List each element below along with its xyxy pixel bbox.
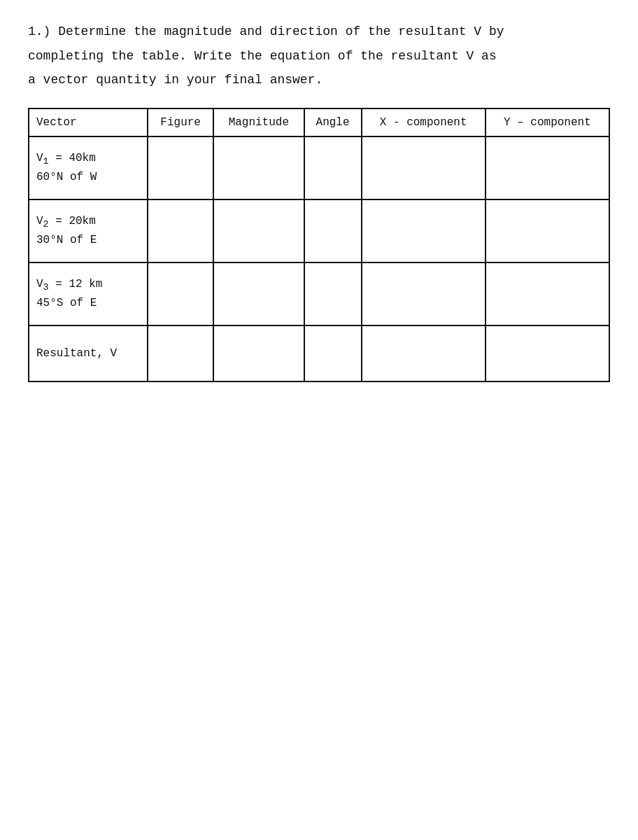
row4-vector: Resultant, V (29, 326, 148, 382)
instruction-line2: completing the table. Write the equation… (28, 46, 610, 67)
col-header-figure: Figure (148, 108, 213, 136)
row2-figure (148, 200, 213, 262)
row3-vector-line1: V3 = 12 km (36, 276, 140, 295)
row1-angle (304, 136, 362, 200)
vector-table: Vector Figure Magnitude Angle X - compon… (28, 108, 610, 382)
row3-vector-line2: 45°S of E (36, 295, 140, 312)
col-header-angle: Angle (304, 108, 362, 136)
row2-magnitude (213, 200, 304, 262)
col-header-x-component: X - component (362, 108, 485, 136)
instruction-line3: a vector quantity in your final answer. (28, 69, 610, 91)
row1-vector: V1 = 40km 60°N of W (29, 136, 148, 200)
row4-x-component (362, 326, 485, 382)
row4-y-component (485, 326, 609, 382)
row4-magnitude (213, 326, 304, 382)
table-row: V1 = 40km 60°N of W (29, 136, 609, 200)
row3-magnitude (213, 262, 304, 326)
row1-figure (148, 136, 213, 200)
row3-angle (304, 262, 362, 326)
col-header-vector: Vector (29, 108, 148, 136)
table-header-row: Vector Figure Magnitude Angle X - compon… (29, 108, 609, 136)
col-header-y-component: Y – component (485, 108, 609, 136)
table-row: V2 = 20km 30°N of E (29, 200, 609, 262)
row2-vector-line1: V2 = 20km (36, 213, 140, 232)
row2-y-component (485, 200, 609, 262)
row3-vector: V3 = 12 km 45°S of E (29, 262, 148, 326)
row4-vector-line1: Resultant, V (36, 345, 140, 362)
instructions: 1.) Determine the magnitude and directio… (28, 21, 610, 91)
row3-y-component (485, 262, 609, 326)
row4-angle (304, 326, 362, 382)
row4-figure (148, 326, 213, 382)
row1-vector-line2: 60°N of W (36, 169, 140, 186)
row2-x-component (362, 200, 485, 262)
row3-figure (148, 262, 213, 326)
row1-x-component (362, 136, 485, 200)
row1-vector-line1: V1 = 40km (36, 150, 140, 169)
instruction-line1: 1.) Determine the magnitude and directio… (28, 21, 610, 43)
row1-magnitude (213, 136, 304, 200)
row3-x-component (362, 262, 485, 326)
table-row: V3 = 12 km 45°S of E (29, 262, 609, 326)
table-row: Resultant, V (29, 326, 609, 382)
row2-vector-line2: 30°N of E (36, 232, 140, 248)
row1-y-component (485, 136, 609, 200)
row2-vector: V2 = 20km 30°N of E (29, 200, 148, 262)
row2-angle (304, 200, 362, 262)
col-header-magnitude: Magnitude (213, 108, 304, 136)
